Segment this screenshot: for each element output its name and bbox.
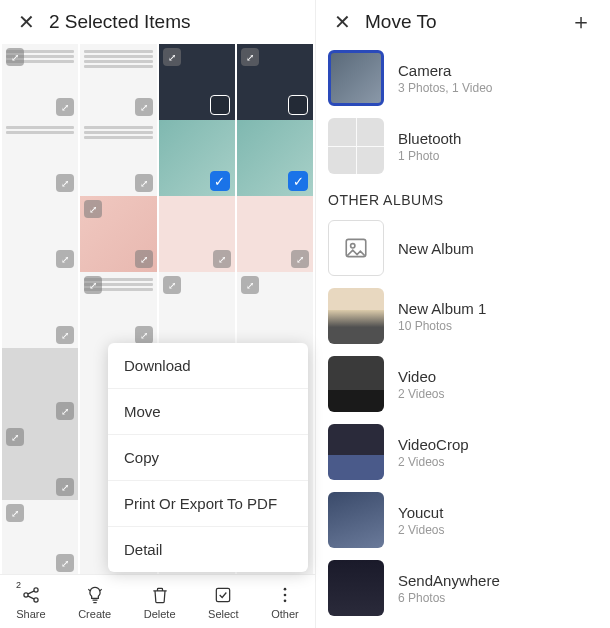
grid-thumb[interactable]: ⤢ <box>2 120 78 196</box>
album-meta: 3 Photos, 1 Video <box>398 81 598 95</box>
album-name: New Album 1 <box>398 300 598 317</box>
grid-thumb[interactable]: ⤢ ⤢ <box>2 500 78 574</box>
grid-thumb[interactable]: ⤢ <box>237 44 313 120</box>
create-button[interactable]: Create <box>78 584 111 620</box>
move-to-pane: ✕ Move To ＋ Camera 3 Photos, 1 Video Blu… <box>316 0 610 628</box>
checkbox-unchecked[interactable] <box>210 95 230 115</box>
checkbox-checked[interactable]: ✓ <box>288 171 308 191</box>
grid-thumb[interactable]: ⤢ <box>159 272 235 348</box>
expand-icon: ⤢ <box>163 276 181 294</box>
share-button[interactable]: 2 Share <box>16 584 45 620</box>
expand-icon: ⤢ <box>163 48 181 66</box>
expand-icon: ⤢ <box>56 250 74 268</box>
expand-icon: ⤢ <box>241 48 259 66</box>
grid-thumb[interactable]: ⤢ <box>2 196 78 272</box>
album-thumb <box>328 492 384 548</box>
album-thumb <box>328 220 384 276</box>
album-thumb <box>328 424 384 480</box>
album-name: SendAnywhere <box>398 572 598 589</box>
menu-copy[interactable]: Copy <box>108 435 308 481</box>
album-meta: 10 Photos <box>398 319 598 333</box>
svg-point-8 <box>284 587 287 590</box>
svg-line-6 <box>100 589 102 591</box>
expand-icon: ⤢ <box>241 276 259 294</box>
grid-thumb[interactable]: ⤢ <box>159 196 235 272</box>
trash-icon <box>149 584 171 606</box>
share-icon: 2 <box>20 584 42 606</box>
svg-line-4 <box>28 595 35 598</box>
svg-point-9 <box>284 593 287 596</box>
select-button[interactable]: Select <box>208 584 239 620</box>
svg-rect-7 <box>217 588 230 601</box>
expand-icon: ⤢ <box>56 326 74 344</box>
svg-point-2 <box>34 597 38 601</box>
album-meta: 2 Videos <box>398 455 598 469</box>
svg-point-12 <box>351 244 355 248</box>
grid-thumb[interactable]: ⤢ <box>237 272 313 348</box>
album-list[interactable]: Camera 3 Photos, 1 Video Bluetooth 1 Pho… <box>316 44 610 628</box>
grid-thumb[interactable]: ⤢ ⤢ <box>80 272 156 348</box>
grid-thumb[interactable]: ⤢ <box>159 44 235 120</box>
svg-point-10 <box>284 599 287 602</box>
delete-button[interactable]: Delete <box>144 584 176 620</box>
album-camera[interactable]: Camera 3 Photos, 1 Video <box>328 44 598 112</box>
album-video[interactable]: Video 2 Videos <box>328 350 598 418</box>
checkbox-checked[interactable]: ✓ <box>210 171 230 191</box>
album-name: VideoCrop <box>398 436 598 453</box>
menu-move[interactable]: Move <box>108 389 308 435</box>
picture-icon <box>343 235 369 261</box>
add-icon[interactable]: ＋ <box>562 3 600 41</box>
svg-point-0 <box>24 592 28 596</box>
close-icon[interactable]: ✕ <box>10 6 43 38</box>
menu-detail[interactable]: Detail <box>108 527 308 572</box>
album-name: Youcut <box>398 504 598 521</box>
svg-line-5 <box>88 589 90 591</box>
expand-icon: ⤢ <box>6 504 24 522</box>
menu-print[interactable]: Print Or Export To PDF <box>108 481 308 527</box>
expand-icon: ⤢ <box>135 174 153 192</box>
share-badge: 2 <box>16 580 21 590</box>
selection-title: 2 Selected Items <box>49 11 191 33</box>
expand-icon: ⤢ <box>6 428 24 446</box>
delete-label: Delete <box>144 608 176 620</box>
album-name: Bluetooth <box>398 130 598 147</box>
expand-icon: ⤢ <box>84 276 102 294</box>
svg-line-3 <box>28 590 35 593</box>
expand-icon: ⤢ <box>56 402 74 420</box>
album-thumb <box>328 50 384 106</box>
expand-icon: ⤢ <box>213 250 231 268</box>
album-new-1[interactable]: New Album 1 10 Photos <box>328 282 598 350</box>
album-sendanywhere[interactable]: SendAnywhere 6 Photos <box>328 554 598 622</box>
selection-pane: ✕ 2 Selected Items ⤢ ⤢ ⤢ ⤢ ⤢ ⤢ ⤢ <box>0 0 316 628</box>
album-new[interactable]: New Album <box>328 214 598 282</box>
grid-thumb[interactable]: ⤢ <box>2 348 78 424</box>
share-label: Share <box>16 608 45 620</box>
context-menu: Download Move Copy Print Or Export To PD… <box>108 343 308 572</box>
checkbox-unchecked[interactable] <box>288 95 308 115</box>
other-button[interactable]: Other <box>271 584 299 620</box>
grid-thumb[interactable]: ⤢ <box>2 272 78 348</box>
lightbulb-icon <box>84 584 106 606</box>
album-meta: 2 Videos <box>398 387 598 401</box>
album-youcut[interactable]: Youcut 2 Videos <box>328 486 598 554</box>
expand-icon: ⤢ <box>135 98 153 116</box>
grid-thumb[interactable]: ⤢ <box>80 120 156 196</box>
expand-icon: ⤢ <box>135 326 153 344</box>
grid-thumb[interactable]: ⤢ ⤢ <box>80 196 156 272</box>
more-icon <box>274 584 296 606</box>
expand-icon: ⤢ <box>291 250 309 268</box>
close-icon[interactable]: ✕ <box>326 6 359 38</box>
menu-download[interactable]: Download <box>108 343 308 389</box>
expand-icon: ⤢ <box>56 174 74 192</box>
grid-thumb[interactable]: ✓ <box>159 120 235 196</box>
album-bluetooth[interactable]: Bluetooth 1 Photo <box>328 112 598 180</box>
create-label: Create <box>78 608 111 620</box>
album-name: Video <box>398 368 598 385</box>
grid-thumb[interactable]: ⤢ ⤢ <box>2 424 78 500</box>
grid-thumb[interactable]: ⤢ <box>80 44 156 120</box>
grid-thumb[interactable]: ✓ <box>237 120 313 196</box>
grid-thumb[interactable]: ⤢ ⤢ <box>2 44 78 120</box>
album-thumb <box>328 288 384 344</box>
grid-thumb[interactable]: ⤢ <box>237 196 313 272</box>
album-videocrop[interactable]: VideoCrop 2 Videos <box>328 418 598 486</box>
